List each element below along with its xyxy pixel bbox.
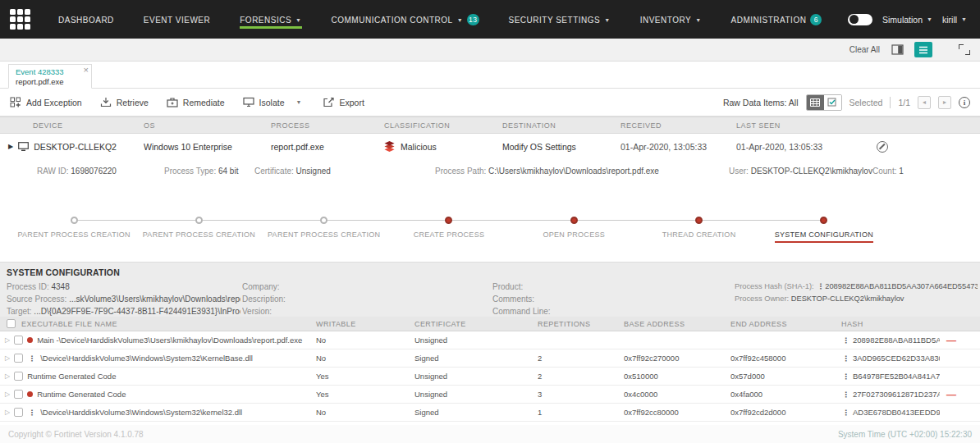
hash-menu-icon[interactable]: ⋮ <box>816 282 825 290</box>
row-checkbox[interactable] <box>14 372 23 381</box>
nav-forensics[interactable]: FORENSICS▼ <box>240 11 301 29</box>
step-parent-process-1[interactable]: PARENT PROCESS CREATION <box>11 217 136 243</box>
col-header-writable[interactable]: WRITABLE <box>316 320 414 328</box>
col-header-os[interactable]: OS <box>144 121 271 130</box>
row-menu-icon[interactable]: ⋮ <box>27 354 36 363</box>
nav-security-settings[interactable]: SECURITY SETTINGS▼ <box>509 11 611 29</box>
product-label: Product: <box>492 282 523 291</box>
add-exception-button[interactable]: Add Exception <box>10 97 82 107</box>
export-icon <box>323 97 334 107</box>
col-header-destination[interactable]: DESTINATION <box>502 121 621 130</box>
executable-row[interactable]: ▷ ⋮ \Device\HarddiskVolume3\Windows\Syst… <box>0 349 980 368</box>
malicious-dot-icon <box>27 337 33 343</box>
col-header-last-seen[interactable]: LAST SEEN <box>736 121 854 130</box>
expand-row-icon[interactable]: ▷ <box>5 409 10 416</box>
step-parent-process-2[interactable]: PARENT PROCESS CREATION <box>136 217 261 243</box>
writable-value: No <box>316 354 414 363</box>
nav-communication-control[interactable]: COMMUNICATION CONTROL▼13 <box>332 9 479 30</box>
col-header-executable[interactable]: EXECUTABLE FILE NAME <box>21 320 117 328</box>
target-value: ...D\{0A29FF9E-7F9C-4437-8B11-F424491E39… <box>34 307 240 316</box>
export-button[interactable]: Export <box>323 97 364 107</box>
row-checkbox[interactable] <box>14 336 23 345</box>
col-header-repetitions[interactable]: REPETITIONS <box>538 320 624 328</box>
close-icon[interactable]: × <box>84 65 89 75</box>
add-exception-icon <box>10 97 21 107</box>
device-icon <box>18 142 29 151</box>
expand-row-icon[interactable]: ▷ <box>5 336 10 344</box>
col-header-classification[interactable]: CLASSIFICATION <box>384 121 502 130</box>
executable-row[interactable]: ▷ ⋮ \Device\HarddiskVolume3\Windows\Syst… <box>0 404 980 422</box>
chevron-down-icon: ▼ <box>604 17 610 23</box>
hash-menu-icon[interactable]: ⋮ <box>841 372 850 381</box>
simulation-mode-menu[interactable]: Simulation▼ <box>882 15 932 25</box>
user-label: User: <box>729 167 749 176</box>
col-header-end-address[interactable]: END ADDRESS <box>730 320 841 328</box>
hash-menu-icon[interactable]: ⋮ <box>841 354 850 363</box>
raw-id-value: 1698076220 <box>71 167 117 176</box>
end-address-value: 0x57d000 <box>730 372 841 381</box>
row-menu-icon[interactable]: ⋮ <box>27 409 36 417</box>
expand-row-icon[interactable]: ▷ <box>5 390 10 398</box>
hash-menu-icon[interactable]: ⋮ <box>841 390 850 399</box>
nav-inventory[interactable]: INVENTORY▼ <box>640 11 702 29</box>
nav-administration[interactable]: ADMINISTRATION6 <box>731 9 822 30</box>
step-open-process[interactable]: OPEN PROCESS <box>511 217 636 243</box>
app-logo-icon[interactable] <box>10 9 30 30</box>
col-header-base-address[interactable]: BASE ADDRESS <box>624 320 730 328</box>
user-menu[interactable]: kirill▼ <box>942 15 967 25</box>
event-row[interactable]: ▶ DESKTOP-CLLEKQ2 Windows 10 Enterprise … <box>0 134 980 159</box>
col-header-certificate[interactable]: CERTIFICATE <box>414 320 538 328</box>
executable-row[interactable]: ▷ Runtime Generated Code Yes Unsigned 2 … <box>0 368 980 386</box>
row-checkbox[interactable] <box>14 408 23 417</box>
button-label: Add Exception <box>26 98 82 107</box>
split-view-icon[interactable] <box>888 42 906 57</box>
nav-menu: DASHBOARD EVENT VIEWER FORENSICS▼ COMMUN… <box>58 9 822 30</box>
next-page-button[interactable]: ▸ <box>938 96 951 109</box>
prev-page-button[interactable]: ◂ <box>918 96 931 109</box>
hash-value: 27F027309612871D237AE17... <box>853 390 940 399</box>
event-tab[interactable]: Event 428333 report.pdf.exe × <box>8 64 92 89</box>
nav-label: EVENT VIEWER <box>144 16 210 25</box>
simulation-toggle[interactable] <box>848 14 872 25</box>
executable-row[interactable]: ▷ Main -\Device\HarddiskVolume3\Users\km… <box>0 331 980 349</box>
block-icon[interactable] <box>877 141 888 153</box>
fullscreen-icon[interactable] <box>959 44 970 55</box>
col-header-hash[interactable]: HASH <box>841 320 940 328</box>
expand-row-icon[interactable]: ▷ <box>5 354 10 362</box>
retrieve-button[interactable]: Retrieve <box>100 97 149 107</box>
process-path-value: C:\Users\kmikhaylov\Downloads\report.pdf… <box>488 167 659 176</box>
nav-dashboard[interactable]: DASHBOARD <box>58 11 114 29</box>
col-header-received[interactable]: RECEIVED <box>621 121 736 130</box>
grid-view-icon[interactable] <box>807 95 824 110</box>
user-label: kirill <box>942 15 957 25</box>
step-dot-icon <box>820 217 827 224</box>
row-checkbox[interactable] <box>14 390 23 399</box>
hash-menu-icon[interactable]: ⋮ <box>841 336 850 345</box>
hash-menu-icon[interactable]: ⋮ <box>841 409 850 417</box>
info-icon[interactable]: i <box>959 97 970 108</box>
isolate-button[interactable]: Isolate <box>243 97 285 107</box>
expand-row-icon[interactable]: ▶ <box>8 143 13 150</box>
col-header-process[interactable]: PROCESS <box>271 121 384 130</box>
list-view-icon[interactable] <box>914 42 932 57</box>
row-checkbox[interactable] <box>14 354 23 363</box>
col-header-device[interactable]: DEVICE <box>0 121 144 130</box>
nav-event-viewer[interactable]: EVENT VIEWER <box>144 11 210 29</box>
step-system-configuration[interactable]: SYSTEM CONFIGURATION <box>762 217 886 243</box>
description-label: Description: <box>242 295 286 304</box>
select-all-checkbox[interactable] <box>7 319 16 328</box>
raw-data-items-label[interactable]: Raw Data Items: All <box>723 98 799 107</box>
executable-row[interactable]: ▷ Runtime Generated Code Yes Unsigned 3 … <box>0 386 980 404</box>
event-details-row: RAW ID: 1698076220 Process Type: 64 bit … <box>0 159 980 187</box>
device-name: DESKTOP-CLLEKQ2 <box>34 142 117 152</box>
clear-all-button[interactable]: Clear All <box>849 45 880 54</box>
step-create-process[interactable]: CREATE PROCESS <box>387 217 511 243</box>
isolate-dropdown-icon[interactable]: ▼ <box>293 96 305 108</box>
button-label: Retrieve <box>117 98 149 107</box>
notification-badge: 6 <box>810 14 822 25</box>
step-parent-process-3[interactable]: PARENT PROCESS CREATION <box>262 217 387 243</box>
remediate-button[interactable]: Remediate <box>167 97 225 107</box>
step-thread-creation[interactable]: THREAD CREATION <box>636 217 761 243</box>
checkbox-view-icon[interactable] <box>824 95 841 110</box>
expand-row-icon[interactable]: ▷ <box>5 372 10 380</box>
